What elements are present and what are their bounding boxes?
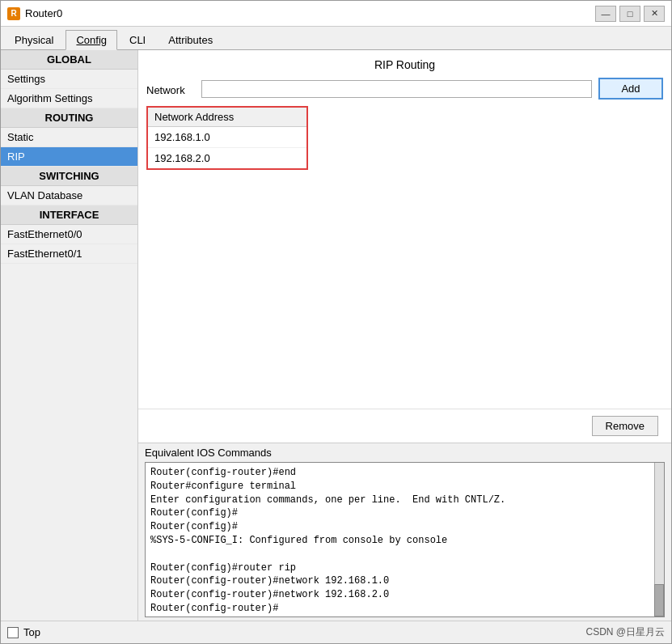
console-line: Router(config)# xyxy=(150,520,659,534)
close-button[interactable]: ✕ xyxy=(644,6,665,22)
network-table: Network Address 192.168.1.0192.168.2.0 xyxy=(148,108,306,168)
rip-panel: RIP Routing Network Add Network Address xyxy=(138,50,671,443)
table-row[interactable]: 192.168.2.0 xyxy=(148,148,306,169)
table-row[interactable]: 192.168.1.0 xyxy=(148,127,306,148)
sidebar-item-rip[interactable]: RIP xyxy=(1,147,137,167)
tab-config[interactable]: Config xyxy=(66,30,117,50)
network-label: Network xyxy=(146,81,195,96)
status-bar-left: Top xyxy=(7,626,40,638)
sidebar-interface-header: INTERFACE xyxy=(1,205,137,225)
console-title: Equivalent IOS Commands xyxy=(138,443,671,462)
console-scroll-thumb[interactable] xyxy=(654,584,664,616)
console-line: Enter configuration commands, one per li… xyxy=(150,494,659,507)
sidebar-item-vlan-database[interactable]: VLAN Database xyxy=(1,186,137,205)
console-line xyxy=(150,548,659,561)
window-title: Router0 xyxy=(25,7,595,19)
title-bar: R Router0 — □ ✕ xyxy=(1,1,671,27)
network-row: Network Add xyxy=(146,78,663,100)
network-address-cell: 192.168.2.0 xyxy=(148,148,306,169)
sidebar: GLOBAL Settings Algorithm Settings ROUTI… xyxy=(1,50,138,621)
sidebar-item-static[interactable]: Static xyxy=(1,128,137,147)
remove-button[interactable]: Remove xyxy=(592,416,658,436)
network-input[interactable] xyxy=(201,80,592,98)
window-controls: — □ ✕ xyxy=(595,6,665,22)
watermark: CSDN @日星月云 xyxy=(585,625,665,639)
console-line: Router#configure terminal xyxy=(150,480,659,494)
console-line: Router(config-router)# xyxy=(150,602,659,616)
console-panel: Equivalent IOS Commands Router(config-ro… xyxy=(138,443,671,621)
network-address-cell: 192.168.1.0 xyxy=(148,127,306,148)
sidebar-item-fastethernet00[interactable]: FastEthernet0/0 xyxy=(1,225,137,244)
tab-attributes[interactable]: Attributes xyxy=(158,30,223,49)
status-bar: Top CSDN @日星月云 xyxy=(1,621,671,643)
main-window: R Router0 — □ ✕ Physical Config CLI Attr… xyxy=(0,0,672,644)
tab-bar: Physical Config CLI Attributes xyxy=(1,27,671,50)
console-line: Router(config)# xyxy=(150,506,659,520)
top-label: Top xyxy=(23,626,40,638)
sidebar-item-algorithm-settings[interactable]: Algorithm Settings xyxy=(1,89,137,108)
tab-cli[interactable]: CLI xyxy=(119,30,156,49)
sidebar-routing-header: ROUTING xyxy=(1,108,137,128)
remove-row: Remove xyxy=(138,409,671,443)
app-icon: R xyxy=(7,7,20,20)
tab-physical[interactable]: Physical xyxy=(4,30,64,49)
console-area[interactable]: Router(config-router)#endRouter#configur… xyxy=(145,462,665,617)
rip-main: RIP Routing Network Add Network Address xyxy=(138,50,671,409)
sidebar-global-header: GLOBAL xyxy=(1,50,137,70)
sidebar-item-fastethernet01[interactable]: FastEthernet0/1 xyxy=(1,244,137,264)
console-line: Router(config-router)#network 192.168.2.… xyxy=(150,588,659,602)
console-line: Router(config-router)#network 192.168.1.… xyxy=(150,574,659,588)
minimize-button[interactable]: — xyxy=(595,6,616,22)
sidebar-item-settings[interactable]: Settings xyxy=(1,70,137,89)
sidebar-switching-header: SWITCHING xyxy=(1,167,137,186)
add-button[interactable]: Add xyxy=(598,78,663,100)
network-table-container: Network Address 192.168.1.0192.168.2.0 xyxy=(146,106,308,170)
content-area: RIP Routing Network Add Network Address xyxy=(138,50,671,621)
console-line: Router(config-router)#end xyxy=(150,466,659,480)
console-line: %SYS-5-CONFIG_I: Configured from console… xyxy=(150,534,659,548)
console-line: Router(config)#router rip xyxy=(150,561,659,575)
console-scrollbar[interactable] xyxy=(654,463,664,616)
network-table-header: Network Address xyxy=(148,108,306,127)
maximize-button[interactable]: □ xyxy=(619,6,640,22)
main-area: GLOBAL Settings Algorithm Settings ROUTI… xyxy=(1,50,671,621)
top-checkbox[interactable] xyxy=(7,627,19,638)
rip-title: RIP Routing xyxy=(146,58,663,71)
